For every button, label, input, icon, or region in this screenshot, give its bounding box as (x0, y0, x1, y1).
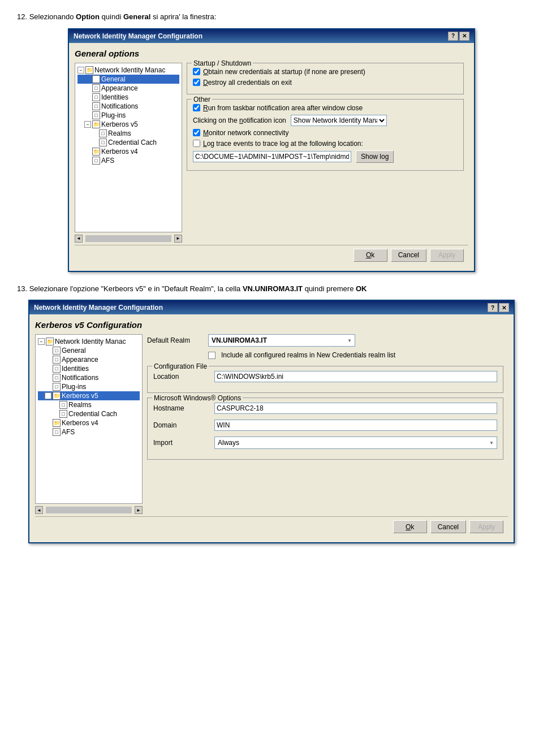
dialog2-window: Network Identity Manager Configuration ?… (28, 300, 515, 543)
tree-label-general: General (101, 75, 126, 83)
tree-item-kerbv4[interactable]: 📁 Kerberos v4 (77, 147, 179, 156)
tree2-label-identities: Identities (62, 365, 89, 373)
import-label: Import (153, 439, 210, 447)
dialog1-ok-button[interactable]: Ok (354, 249, 387, 262)
close-button[interactable]: ✕ (459, 32, 469, 41)
dialog2-section-title: Kerberos v5 Configuration (35, 320, 508, 330)
tree2-item-identities[interactable]: □ Identities (38, 364, 140, 373)
scroll-left-btn[interactable]: ◄ (75, 235, 83, 243)
tree2-item-nim[interactable]: − 📁 Network Identity Manac (38, 337, 140, 346)
tree-label-notifications: Notifications (101, 102, 138, 110)
tree2-item-kerbv4[interactable]: 📁 Kerberos v4 (38, 418, 140, 427)
page2-icon7: □ (59, 410, 67, 418)
tree-label-kerbv5: Kerberos v5 (101, 120, 138, 128)
cb-obtain-credentials[interactable] (193, 68, 200, 75)
tree-expand-nim[interactable]: − (77, 67, 84, 74)
tree2-item-plugins[interactable]: □ Plug-ins (38, 382, 140, 391)
tree-scroll: ◄ ► (75, 235, 182, 243)
cb-monitor-network[interactable] (193, 129, 200, 136)
folder-icon3: 📁 (92, 148, 100, 155)
tree2-item-general[interactable]: □ General (38, 346, 140, 355)
tree-item-plugins[interactable]: □ Plug-ins (77, 111, 179, 120)
tree2-scroll: ◄ ► (35, 506, 143, 514)
tree-item-general[interactable]: □ General (77, 75, 179, 84)
show-log-button[interactable]: Show log (356, 150, 394, 163)
cb-run-label: Run from taskbar notification area after… (203, 104, 363, 112)
notification-select[interactable]: Show Network Identity Manac (291, 115, 387, 126)
tree2-item-kerbv5[interactable]: − 📁 Kerberos v5 (38, 391, 140, 400)
notification-label: Clicking on the notification icon (193, 116, 286, 124)
page2-icon6: □ (59, 401, 67, 409)
dialog2-content: Kerberos v5 Configuration − 📁 Network Id… (29, 314, 514, 542)
tree-item-afs[interactable]: □ AFS (77, 156, 179, 165)
tree2-item-realms[interactable]: □ Realms (38, 400, 140, 409)
tree-item-identities[interactable]: □ Identities (77, 93, 179, 102)
import-dropdown-arrow: ▼ (489, 440, 494, 446)
cb-log-trace[interactable] (193, 140, 200, 147)
hostname-input[interactable] (214, 403, 497, 414)
tree2-expand-kerbv5[interactable]: − (45, 392, 51, 399)
tree2-item-afs[interactable]: □ AFS (38, 427, 140, 437)
page-icon6: □ (99, 129, 107, 137)
tree2-item-credcache[interactable]: □ Credential Cach (38, 409, 140, 418)
scroll-track[interactable] (85, 235, 171, 242)
tree2-label-kerbv4: Kerberos v4 (62, 419, 98, 427)
tree-item-credcache[interactable]: □ Credential Cach (77, 138, 179, 147)
config-file-group: Configuration File Location (147, 366, 503, 393)
tree2-label-general: General (62, 347, 86, 355)
folder2-icon3: 📁 (53, 419, 61, 427)
log-path-input[interactable] (193, 151, 351, 162)
tree-item-nim[interactable]: − 📁 Network Identity Manac (77, 66, 179, 75)
tree2-item-notifications[interactable]: □ Notifications (38, 373, 140, 382)
tree2-label-nim: Network Identity Manac (55, 338, 126, 345)
step13-text: 13. Selezionare l'opzione "Kerbeors v5" … (17, 283, 526, 295)
include-realms-checkbox[interactable] (208, 352, 216, 359)
include-realms-row: Include all configured realms in New Cre… (208, 351, 503, 359)
dialog2-titlebar: Network Identity Manager Configuration ?… (29, 301, 514, 314)
dialog2-body: − 📁 Network Identity Manac □ General □ A… (35, 334, 508, 514)
dialog1-apply-button[interactable]: Apply (430, 249, 464, 262)
cb-monitor-row: Monitor network connectivity (193, 129, 458, 137)
cb-run-taskbar[interactable] (193, 104, 200, 111)
dialog1-cancel-button[interactable]: Cancel (391, 249, 426, 262)
default-realm-label: Default Realm (147, 336, 204, 344)
scroll2-left-btn[interactable]: ◄ (35, 506, 43, 514)
cb-log-row: Log trace events to trace log at the fol… (193, 140, 458, 148)
location-input[interactable] (214, 371, 497, 382)
help-button2[interactable]: ? (488, 303, 498, 312)
tree-item-notifications[interactable]: □ Notifications (77, 102, 179, 111)
cb-log-label: Log trace events to trace log at the fol… (203, 140, 363, 148)
startup-shutdown-label: Startup / Shutdown (192, 59, 253, 67)
tree-item-appearance[interactable]: □ Appearance (77, 84, 179, 93)
tree2-item-appearance[interactable]: □ Appearance (38, 355, 140, 364)
dialog2-ok-button[interactable]: Ok (393, 520, 427, 533)
tree2-label-notifications: Notifications (62, 374, 98, 382)
tree-item-kerbv5[interactable]: − 📁 Kerberos v5 (77, 120, 179, 129)
scroll-right-btn[interactable]: ► (174, 235, 182, 243)
close-button2[interactable]: ✕ (499, 303, 509, 312)
domain-input[interactable] (214, 420, 497, 431)
folder-icon2: 📁 (92, 120, 100, 128)
tree-label-kerbv4: Kerberos v4 (101, 148, 138, 155)
help-button[interactable]: ? (448, 32, 458, 41)
tree-item-realms[interactable]: □ Realms (77, 129, 179, 138)
default-realm-dropdown[interactable]: VN.UNIROMA3.IT ▼ (208, 334, 355, 347)
dialog1-footer: Ok Cancel Apply (75, 245, 468, 265)
page2-icon4: □ (53, 374, 61, 382)
tree-expand-kerbv5[interactable]: − (84, 121, 91, 128)
page2-icon3: □ (53, 365, 61, 373)
cb1-row: Obtain new credentials at startup (if no… (193, 68, 458, 76)
tree2-label-afs: AFS (62, 428, 75, 436)
domain-row: Domain (153, 420, 497, 431)
ms-options-label: Microsoft Windows® Options (152, 394, 243, 402)
import-dropdown[interactable]: Always ▼ (214, 437, 497, 449)
cb-monitor-label: Monitor network connectivity (203, 129, 288, 137)
scroll2-track[interactable] (46, 507, 132, 513)
dialog2-apply-button[interactable]: Apply (469, 520, 503, 533)
tree2-expand-nim[interactable]: − (38, 338, 45, 345)
tree2-label-realms: Realms (68, 401, 92, 409)
scroll2-right-btn[interactable]: ► (135, 506, 143, 514)
cb-destroy-credentials[interactable] (193, 79, 200, 86)
dropdown-arrow: ▼ (347, 338, 352, 343)
dialog2-cancel-button[interactable]: Cancel (430, 520, 466, 533)
